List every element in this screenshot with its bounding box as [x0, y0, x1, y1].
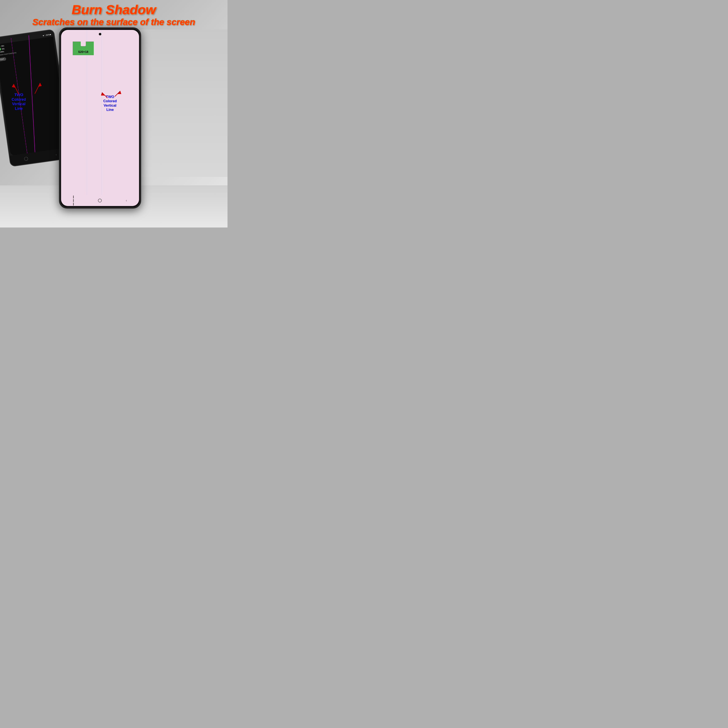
nav-line-2 [73, 199, 74, 202]
bixby-button [59, 60, 60, 72]
screen-vertical-line-1 [87, 30, 87, 206]
annotation-right-line1: TWO [103, 95, 117, 99]
nav-home-icon [98, 199, 102, 202]
main-phone-screen: S20+18 ‹ [61, 30, 139, 206]
mic-label-2: 8 [0, 48, 1, 50]
nav-line-1 [73, 196, 74, 199]
nav-line-3 [73, 203, 74, 206]
annotation-right: TWO Colored Vertical Line [103, 95, 117, 112]
annotation-right-line4: Line [103, 108, 117, 112]
sticker: S20+18 [73, 41, 94, 55]
annotation-left-line1: TWO [12, 93, 26, 97]
status-text: ◄ ↑ 84%■ [42, 34, 51, 37]
annotation-left-line4: Line [12, 106, 26, 111]
mic-text-1: Mic [1, 45, 5, 47]
volume-button [141, 66, 141, 78]
annotation-left: TWO Colored Vertical Line [12, 93, 26, 111]
power-button [141, 56, 141, 63]
camera-hole [99, 33, 101, 35]
main-phone-container: S20+18 ‹ [59, 28, 141, 208]
nav-recent-icon [73, 196, 74, 206]
mic-text-3: _3rdMic [0, 50, 5, 53]
bg-nav-back: ‹ [55, 153, 57, 156]
title-line1: Burn Shadow [0, 2, 228, 17]
annotation-left-line2: Colored [12, 97, 26, 102]
title-line2: Scratches on the surface of the screen [0, 17, 228, 27]
bg-nav-home [24, 157, 28, 161]
annotation-left-line3: Vertical [12, 102, 26, 106]
main-phone: S20+18 ‹ [59, 28, 141, 208]
nav-back-icon: ‹ [126, 199, 127, 202]
annotation-right-line3: Vertical [103, 103, 117, 108]
annotation-right-line2: Colored [103, 99, 117, 103]
sticker-notch [81, 41, 86, 46]
screen-vertical-line-2 [101, 30, 102, 206]
title-area: Burn Shadow Scratches on the surface of … [0, 2, 228, 27]
mic-label-1 [0, 46, 1, 47]
wall-surface [139, 29, 228, 177]
mic-text-2: Mic [2, 47, 5, 50]
sticker-text: S20+18 [73, 50, 94, 54]
main-phone-nav: ‹ [61, 195, 139, 206]
exit-button[interactable]: EXIT [0, 57, 6, 61]
